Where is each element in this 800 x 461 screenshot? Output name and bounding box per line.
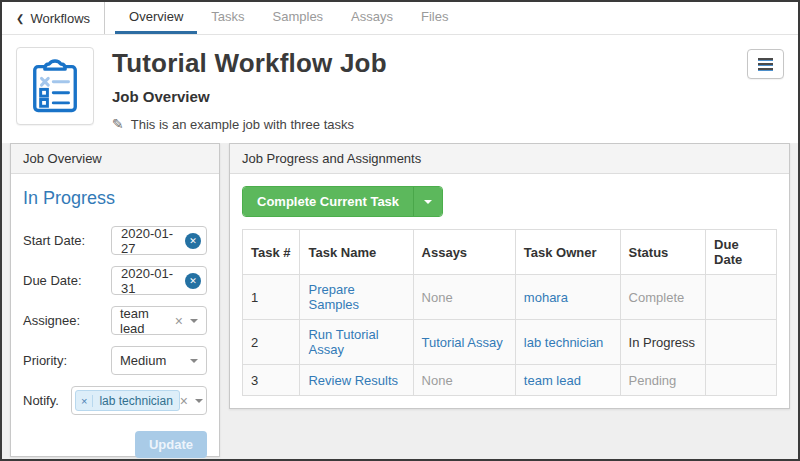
notify-row: Notify. × lab technician × — [23, 386, 207, 415]
update-row: Update — [23, 431, 207, 458]
table-cell — [706, 320, 777, 365]
table-cell: Complete — [620, 275, 705, 320]
due-date-label: Due Date: — [23, 273, 82, 288]
priority-label: Priority: — [23, 353, 67, 368]
content-area: Job Overview In Progress Start Date: 202… — [2, 143, 798, 459]
start-date-row: Start Date: 2020-01-27 ✕ — [23, 226, 207, 255]
tasks-table: Task #Task NameAssaysTask OwnerStatusDue… — [242, 229, 777, 396]
back-link-label: Workflows — [30, 11, 90, 26]
edit-pencil-icon[interactable]: ✎ — [112, 116, 124, 132]
assignee-row: Assignee: team lead × — [23, 306, 207, 335]
complete-task-caret-button[interactable] — [413, 187, 442, 216]
tasks-table-body: 1Prepare SamplesNonemoharaComplete2Run T… — [243, 275, 777, 396]
priority-value: Medium — [120, 353, 166, 368]
clipboard-checklist-icon — [16, 47, 94, 125]
tab-samples[interactable]: Samples — [259, 2, 338, 34]
clear-due-date-icon[interactable]: ✕ — [185, 273, 201, 289]
table-row: 1Prepare SamplesNonemoharaComplete — [243, 275, 777, 320]
table-row: 2Run Tutorial AssayTutorial Assaylab tec… — [243, 320, 777, 365]
start-date-field[interactable]: 2020-01-27 ✕ — [111, 226, 207, 255]
assignee-label: Assignee: — [23, 313, 80, 328]
due-date-value: 2020-01-31 — [121, 266, 185, 296]
priority-select[interactable]: Medium — [111, 346, 207, 375]
table-cell — [706, 365, 777, 396]
table-cell: In Progress — [620, 320, 705, 365]
page-subtitle: Job Overview — [112, 88, 387, 105]
notify-chip: × lab technician — [75, 390, 180, 411]
start-date-label: Start Date: — [23, 233, 85, 248]
job-description-text: This is an example job with three tasks — [131, 117, 354, 132]
notify-multiselect[interactable]: × lab technician × — [71, 386, 207, 415]
clear-assignee-icon[interactable]: × — [175, 314, 183, 328]
table-cell — [706, 275, 777, 320]
complete-task-button[interactable]: Complete Current Task — [243, 187, 413, 216]
clear-start-date-icon[interactable]: ✕ — [185, 233, 201, 249]
job-progress-body: Complete Current Task Task #Task NameAss… — [230, 174, 789, 408]
tab-assays[interactable]: Assays — [337, 2, 407, 34]
top-nav: ❮ Workflows Overview Tasks Samples Assay… — [2, 2, 798, 35]
table-cell[interactable]: Prepare Samples — [300, 275, 413, 320]
job-overview-panel-title: Job Overview — [11, 144, 219, 174]
job-progress-panel: Job Progress and Assignments Complete Cu… — [229, 143, 790, 409]
table-cell: Pending — [620, 365, 705, 396]
table-cell[interactable]: Review Results — [300, 365, 413, 396]
back-link[interactable]: ❮ Workflows — [2, 2, 105, 34]
table-cell: 3 — [243, 365, 300, 396]
table-cell: 2 — [243, 320, 300, 365]
tab-files[interactable]: Files — [407, 2, 462, 34]
app-window: ❮ Workflows Overview Tasks Samples Assay… — [0, 0, 800, 461]
tasks-table-header-row: Task #Task NameAssaysTask OwnerStatusDue… — [243, 230, 777, 275]
table-cell[interactable]: mohara — [515, 275, 620, 320]
column-header: Status — [620, 230, 705, 275]
tab-bar: Overview Tasks Samples Assays Files — [115, 2, 462, 34]
table-cell: None — [413, 365, 515, 396]
priority-row: Priority: Medium — [23, 346, 207, 375]
status-heading: In Progress — [23, 188, 207, 209]
table-cell[interactable]: team lead — [515, 365, 620, 396]
chevron-down-icon — [190, 319, 198, 323]
job-description: ✎ This is an example job with three task… — [112, 116, 387, 132]
table-cell: None — [413, 275, 515, 320]
tab-tasks[interactable]: Tasks — [197, 2, 258, 34]
menu-button[interactable] — [747, 49, 784, 79]
table-cell: 1 — [243, 275, 300, 320]
assignee-select[interactable]: team lead × — [111, 306, 207, 335]
update-button[interactable]: Update — [135, 431, 207, 458]
table-cell[interactable]: lab technician — [515, 320, 620, 365]
job-overview-body: In Progress Start Date: 2020-01-27 ✕ Due… — [11, 174, 219, 461]
table-cell[interactable]: Run Tutorial Assay — [300, 320, 413, 365]
column-header: Assays — [413, 230, 515, 275]
chevron-down-icon — [424, 200, 432, 204]
header-text: Tutorial Workflow Job Job Overview ✎ Thi… — [112, 47, 387, 131]
table-row: 3Review ResultsNoneteam leadPending — [243, 365, 777, 396]
clear-notify-icon[interactable]: × — [180, 394, 188, 408]
chevron-down-icon — [190, 359, 198, 363]
job-overview-panel: Job Overview In Progress Start Date: 202… — [10, 143, 220, 457]
complete-task-split-button: Complete Current Task — [242, 186, 443, 217]
column-header: Task # — [243, 230, 300, 275]
tab-overview[interactable]: Overview — [115, 2, 197, 34]
page-header: Tutorial Workflow Job Job Overview ✎ Thi… — [2, 35, 798, 143]
column-header: Task Name — [300, 230, 413, 275]
column-header: Task Owner — [515, 230, 620, 275]
chevron-left-icon: ❮ — [16, 13, 24, 24]
hamburger-icon — [758, 58, 773, 61]
due-date-row: Due Date: 2020-01-31 ✕ — [23, 266, 207, 295]
due-date-field[interactable]: 2020-01-31 ✕ — [111, 266, 207, 295]
chevron-down-icon — [195, 399, 203, 403]
notify-label: Notify. — [23, 393, 59, 408]
table-cell[interactable]: Tutorial Assay — [413, 320, 515, 365]
column-header: Due Date — [706, 230, 777, 275]
start-date-value: 2020-01-27 — [121, 226, 185, 256]
assignee-value: team lead — [120, 306, 175, 336]
chip-remove-icon[interactable]: × — [76, 395, 93, 407]
notify-chip-label: lab technician — [93, 394, 178, 408]
page-title: Tutorial Workflow Job — [112, 48, 387, 79]
job-progress-panel-title: Job Progress and Assignments — [230, 144, 789, 174]
